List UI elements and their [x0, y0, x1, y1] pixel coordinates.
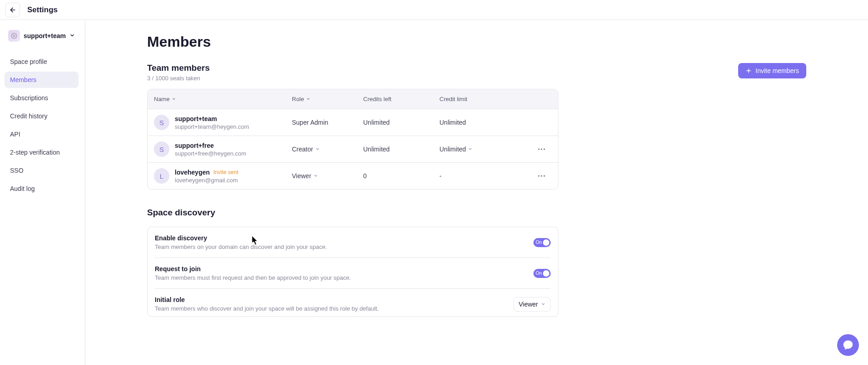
credits-left: Unlimited	[363, 146, 439, 153]
discovery-row-enable: Enable discovery Team members on your do…	[155, 227, 551, 258]
member-name-cell: Ssupport+freesupport+free@heygen.com	[154, 141, 292, 157]
table-row: LloveheygenInvite sentloveheygen@gmail.c…	[148, 162, 558, 189]
member-name: support+team	[175, 115, 249, 122]
toggle-knob	[543, 270, 549, 277]
column-credits: Credits left	[363, 96, 439, 102]
sidebar-item-subscriptions[interactable]: Subscriptions	[5, 90, 80, 106]
svg-point-5	[541, 149, 542, 150]
discovery-label: Initial role	[155, 296, 379, 303]
column-limit: Credit limit	[439, 96, 516, 102]
chevron-down-icon	[468, 146, 473, 153]
sidebar-item-members[interactable]: Members	[5, 72, 79, 88]
seats-text: 3 / 1000 seats taken	[147, 75, 210, 82]
discovery-title: Space discovery	[147, 208, 806, 218]
invite-members-button[interactable]: Invite members	[738, 63, 806, 78]
initial-role-select[interactable]: Viewer	[513, 297, 551, 311]
credit-limit[interactable]: Unlimited	[439, 146, 516, 153]
team-members-heading: Team members	[147, 63, 210, 73]
member-name-cell: Ssupport+teamsupport+team@heygen.com	[154, 115, 292, 130]
sidebar-item-credit-history[interactable]: Credit history	[5, 108, 80, 124]
member-name: support+free	[175, 142, 246, 149]
plus-icon	[745, 68, 752, 74]
avatar: S	[154, 141, 169, 157]
team-avatar	[8, 30, 20, 42]
table-row: Ssupport+teamsupport+team@heygen.comSupe…	[148, 109, 558, 136]
chat-widget[interactable]	[837, 334, 859, 356]
page-title: Settings	[27, 5, 58, 15]
row-actions[interactable]	[516, 175, 552, 177]
credits-left: 0	[363, 172, 439, 180]
chat-icon	[843, 340, 853, 350]
table-row: Ssupport+freesupport+free@heygen.comCrea…	[148, 136, 558, 162]
toggle-label: On	[536, 271, 542, 276]
gear-icon	[11, 33, 17, 39]
team-name: support+team	[24, 32, 66, 39]
discovery-row-request: Request to join Team members must first …	[155, 258, 551, 289]
chevron-down-icon	[541, 301, 546, 308]
column-role[interactable]: Role	[292, 96, 363, 102]
sidebar-item-audit-log[interactable]: Audit log	[5, 180, 80, 197]
discovery-row-initial-role: Initial role Team members who discover a…	[155, 289, 551, 316]
member-email: loveheygen@gmail.com	[175, 177, 238, 184]
role-select-value: Viewer	[518, 301, 538, 308]
request-to-join-toggle[interactable]: On	[533, 269, 551, 278]
space-discovery-section: Space discovery Enable discovery Team me…	[147, 208, 806, 317]
svg-point-9	[544, 175, 545, 177]
discovery-desc: Team members on your domain can discover…	[155, 243, 327, 250]
discovery-card: Enable discovery Team members on your do…	[147, 227, 558, 317]
toggle-label: On	[536, 240, 542, 245]
chevron-down-icon	[172, 96, 176, 102]
role-cell[interactable]: Creator	[292, 146, 363, 153]
team-members-header: Team members 3 / 1000 seats taken Invite…	[147, 63, 806, 82]
chevron-down-icon	[306, 96, 311, 102]
role-cell[interactable]: Viewer	[292, 172, 363, 180]
row-actions[interactable]	[516, 148, 552, 150]
avatar: S	[154, 115, 169, 130]
credit-limit: Unlimited	[439, 119, 516, 126]
enable-discovery-toggle[interactable]: On	[533, 238, 551, 247]
top-bar: Settings	[0, 0, 868, 20]
svg-point-8	[541, 175, 542, 177]
svg-point-4	[538, 149, 540, 150]
sidebar-item-space-profile[interactable]: Space profile	[5, 54, 80, 70]
main-title: Members	[147, 34, 806, 50]
sidebar: support+team Space profile Members Subsc…	[0, 20, 85, 365]
discovery-desc: Team members who discover and join your …	[155, 305, 379, 312]
back-button[interactable]	[5, 3, 20, 17]
invite-sent-badge: Invite sent	[213, 169, 238, 175]
member-name-cell: LloveheygenInvite sentloveheygen@gmail.c…	[154, 168, 292, 184]
chevron-down-icon	[69, 32, 75, 40]
team-selector[interactable]: support+team	[5, 27, 80, 44]
discovery-label: Request to join	[155, 265, 351, 273]
column-name[interactable]: Name	[154, 96, 292, 102]
member-email: support+free@heygen.com	[175, 150, 246, 157]
members-table: Name Role Credits left Credit limit Ssup…	[147, 89, 558, 190]
chevron-down-icon	[313, 172, 318, 180]
main-content: Members Team members 3 / 1000 seats take…	[85, 20, 868, 365]
arrow-left-icon	[9, 6, 16, 14]
member-email: support+team@heygen.com	[175, 123, 249, 130]
discovery-desc: Team members must first request and then…	[155, 274, 351, 281]
credits-left: Unlimited	[363, 119, 439, 126]
svg-point-6	[544, 149, 545, 150]
discovery-label: Enable discovery	[155, 234, 327, 242]
toggle-knob	[543, 239, 549, 246]
member-name: loveheygenInvite sent	[175, 169, 238, 176]
more-icon	[538, 148, 545, 150]
svg-point-1	[13, 35, 15, 37]
avatar: L	[154, 168, 169, 184]
chevron-down-icon	[315, 146, 320, 153]
invite-button-label: Invite members	[755, 67, 799, 74]
more-icon	[538, 175, 545, 177]
credit-limit: -	[439, 172, 516, 180]
sidebar-item-sso[interactable]: SSO	[5, 162, 80, 179]
svg-point-7	[538, 175, 540, 177]
sidebar-item-api[interactable]: API	[5, 126, 80, 142]
table-header: Name Role Credits left Credit limit	[148, 89, 558, 109]
sidebar-item-2step[interactable]: 2-step verification	[5, 144, 80, 161]
sidebar-nav: Space profile Members Subscriptions Cred…	[5, 54, 80, 197]
role-cell: Super Admin	[292, 119, 363, 126]
